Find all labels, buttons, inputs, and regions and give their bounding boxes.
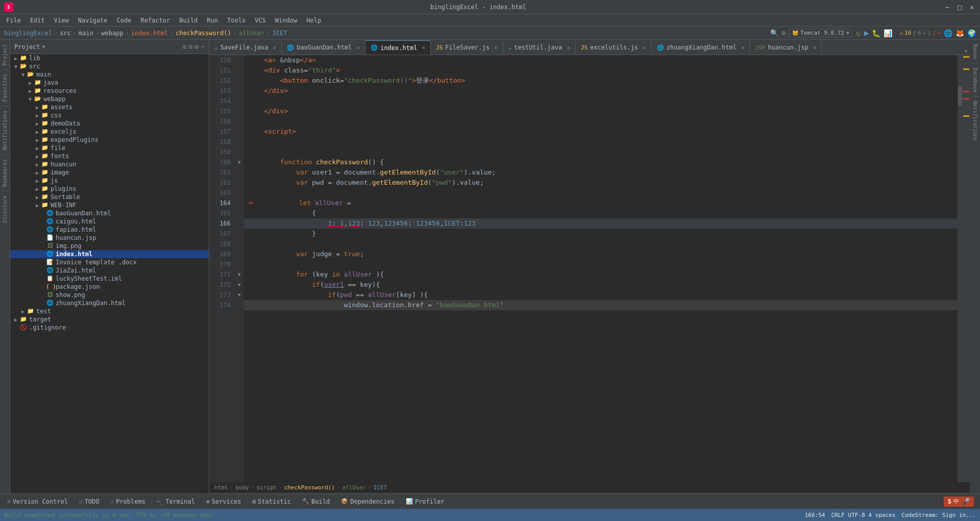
list-item[interactable]: ▶ 📁 demoData xyxy=(10,119,209,128)
list-item[interactable]: ▶ 🌐 caigou.html xyxy=(10,217,209,226)
maven-strip-label[interactable]: Maven xyxy=(971,42,979,61)
plugin-label[interactable]: CodeStream: Sign in... xyxy=(901,512,976,518)
menu-navigate[interactable]: Navigate xyxy=(74,16,112,25)
menu-code[interactable]: Code xyxy=(113,16,136,25)
list-item[interactable]: ▶ 📁 java xyxy=(10,79,209,87)
breadcrumb-project[interactable]: binglingExcel xyxy=(4,30,52,37)
breadcrumb-webapp[interactable]: webapp xyxy=(101,30,123,37)
list-item[interactable]: ▶ 🖼 img.png xyxy=(10,242,209,250)
list-item[interactable]: ▶ 📄 huancun.jsp xyxy=(10,234,209,242)
tab-close-button[interactable]: ✕ xyxy=(643,44,646,51)
menu-view[interactable]: View xyxy=(50,16,73,25)
tab-filesaver[interactable]: JS FileSaver.js ✕ xyxy=(431,40,503,55)
tab-savefile[interactable]: ☕ SaveFile.java ✕ xyxy=(209,40,282,55)
menu-vcs[interactable]: VCS xyxy=(251,16,270,25)
breadcrumb-method[interactable]: checkPassword() xyxy=(176,30,231,37)
code-editor[interactable]: <a> &nbsp</a> <div class="third"> <butto… xyxy=(244,55,958,482)
nav-script[interactable]: script xyxy=(256,484,277,491)
tab-services[interactable]: ◉ Services xyxy=(201,497,246,506)
tab-baoguandan[interactable]: 🌐 baoGuanDan.html ✕ xyxy=(282,40,365,55)
panel-dropdown-arrow[interactable]: ▼ xyxy=(42,44,45,49)
nav-method[interactable]: checkPassword() xyxy=(284,484,335,491)
tab-testutil[interactable]: ☕ testUtil.java ✕ xyxy=(503,40,576,55)
tab-zhuangxiangdan[interactable]: 🌐 zhuangXiangDan.html ✕ xyxy=(652,40,750,55)
breadcrumb-file[interactable]: index.html xyxy=(131,30,168,37)
list-item[interactable]: ▶ 📁 Sortable xyxy=(10,193,209,201)
structure-strip-label[interactable]: Structure xyxy=(1,193,9,225)
list-item[interactable]: ▶ 🌐 baoGuanDan.html xyxy=(10,209,209,217)
tab-close-button[interactable]: ✕ xyxy=(741,44,745,51)
breadcrumb-var2[interactable]: ICET xyxy=(273,30,287,37)
list-item[interactable]: ▶ { } package.json xyxy=(10,283,209,291)
list-item[interactable]: ▶ 📁 js xyxy=(10,177,209,185)
list-item[interactable]: ▶ 📁 resources xyxy=(10,87,209,95)
menu-build[interactable]: Build xyxy=(175,16,202,25)
collapse-all-button[interactable]: ≡ xyxy=(183,43,187,51)
firefox-icon[interactable]: 🦊 xyxy=(955,29,964,37)
list-item[interactable]: ▶ 📝 Invoice template .docx xyxy=(10,258,209,266)
browser-icon[interactable]: 🌍 xyxy=(967,29,976,37)
list-item[interactable]: ▶ 📋 luckySheetTest.iml xyxy=(10,275,209,283)
vertical-scrollbar[interactable] xyxy=(958,55,963,482)
profile-icon[interactable]: 📊 xyxy=(884,29,892,37)
list-item[interactable]: ▶ 📁 css xyxy=(10,111,209,119)
list-item[interactable]: ▶ 📁 exceljs xyxy=(10,128,209,136)
tab-index[interactable]: 🌐 index.html ✕ xyxy=(365,40,431,55)
list-item[interactable]: ▶ 📁 plugins xyxy=(10,185,209,193)
tomcat-dropdown[interactable]: 🐱 Tomcat 9.0.72 ▼ xyxy=(789,29,853,37)
settings-icon[interactable]: ⚙ xyxy=(781,29,786,37)
tab-close-button[interactable]: ✕ xyxy=(422,44,425,51)
line-endings[interactable]: CRLF UTF-8 4 spaces xyxy=(831,512,895,518)
tab-close-button[interactable]: ✕ xyxy=(494,44,498,51)
notifications-right-strip[interactable]: Notifications xyxy=(971,99,979,143)
settings-panel-button[interactable]: ⚙ xyxy=(194,43,199,51)
tab-close-button[interactable]: ✕ xyxy=(357,44,360,51)
nav-alluser[interactable]: allUser xyxy=(342,484,366,491)
list-item[interactable]: ▼ 📂 webapp xyxy=(10,95,209,103)
menu-run[interactable]: Run xyxy=(203,16,222,25)
menu-refactor[interactable]: Refactor xyxy=(136,16,174,25)
hide-panel-button[interactable]: − xyxy=(201,43,205,51)
tab-excelutils[interactable]: JS excelutils.js ✕ xyxy=(576,40,652,55)
list-item[interactable]: ▶ 📁 fonts xyxy=(10,152,209,160)
menu-window[interactable]: Window xyxy=(271,16,301,25)
list-item[interactable]: ▶ 🌐 fapiao.html xyxy=(10,226,209,234)
favorites-strip-label[interactable]: Favorites xyxy=(1,72,9,104)
maximize-button[interactable]: □ xyxy=(955,3,964,11)
list-item[interactable]: ▶ 📁 expendPlugins xyxy=(10,136,209,144)
menu-help[interactable]: Help xyxy=(302,16,325,25)
list-item[interactable]: ▶ 🌐 JiaZai.html xyxy=(10,266,209,275)
project-strip-label[interactable]: Project xyxy=(1,42,9,67)
list-item[interactable]: ▶ 🚫 .gitignore xyxy=(10,324,209,332)
tab-profiler[interactable]: 📊 Profiler xyxy=(401,497,450,506)
list-item[interactable]: ▼ 📂 main xyxy=(10,70,209,79)
list-item[interactable]: ▶ 🌐 zhuangXiangDan.html xyxy=(10,299,209,307)
menu-edit[interactable]: Edit xyxy=(26,16,49,25)
tab-terminal[interactable]: >_ Terminal xyxy=(152,497,200,506)
close-button[interactable]: ✕ xyxy=(968,3,976,11)
notifications-strip-label[interactable]: Notifications xyxy=(1,108,9,152)
database-strip-label[interactable]: Database xyxy=(971,66,979,94)
debug-icon[interactable]: 🐛 xyxy=(872,29,880,37)
list-item[interactable]: ▶ 📁 file xyxy=(10,144,209,152)
tab-close-button[interactable]: ✕ xyxy=(813,44,817,51)
tab-todo[interactable]: ☑ TODO xyxy=(74,497,105,506)
breadcrumb-var1[interactable]: allUser xyxy=(239,30,265,37)
tab-close-button[interactable]: ✕ xyxy=(567,44,570,51)
run-icon[interactable]: ▶ xyxy=(864,28,869,38)
expand-button[interactable]: ⊟ xyxy=(189,43,193,51)
list-item[interactable]: ▶ 📁 WEB-INF xyxy=(10,201,209,209)
sync-icon[interactable]: ↻ xyxy=(856,28,861,38)
menu-tools[interactable]: Tools xyxy=(223,16,250,25)
list-item[interactable]: ▶ 📁 image xyxy=(10,168,209,177)
nav-html[interactable]: html xyxy=(214,484,228,491)
breadcrumb-main[interactable]: main xyxy=(79,30,93,37)
list-item[interactable]: ▶ 📁 huancun xyxy=(10,160,209,168)
list-item[interactable]: ▶ 🖼 show.png xyxy=(10,291,209,299)
tab-statistic[interactable]: ▦ Statistic xyxy=(247,497,296,506)
list-item[interactable]: ▶ 📁 target xyxy=(10,315,209,324)
scrollbar-thumb[interactable] xyxy=(958,86,962,106)
tab-version-control[interactable]: ≡ Version Control xyxy=(2,497,73,506)
tab-overflow-button[interactable]: ▾ xyxy=(962,47,970,55)
tab-build[interactable]: 🔨 Build xyxy=(297,497,335,506)
